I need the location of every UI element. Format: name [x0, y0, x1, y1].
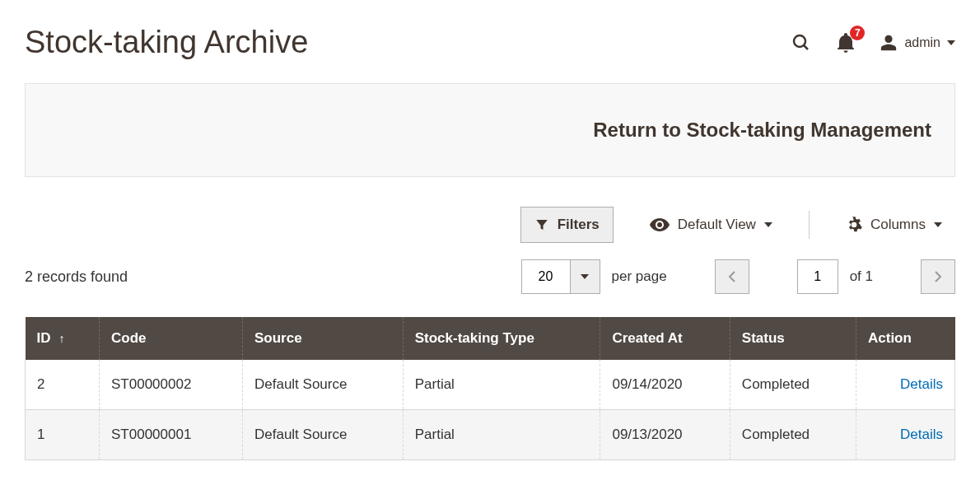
- per-page-input[interactable]: [522, 260, 570, 293]
- col-code[interactable]: Code: [100, 317, 243, 360]
- cell-id: 1: [26, 410, 100, 460]
- columns-button[interactable]: Columns: [833, 207, 955, 243]
- search-icon[interactable]: [791, 32, 812, 54]
- notifications-icon[interactable]: 7: [835, 32, 856, 54]
- filters-button[interactable]: Filters: [520, 207, 614, 243]
- col-source[interactable]: Source: [242, 317, 403, 360]
- page-title: Stock-taking Archive: [25, 25, 308, 60]
- chevron-down-icon: [934, 222, 942, 227]
- svg-line-1: [804, 45, 808, 49]
- cell-code: ST00000001: [100, 410, 243, 460]
- return-to-management-button[interactable]: Return to Stock-taking Management: [25, 83, 955, 177]
- username: admin: [904, 35, 940, 50]
- filter-icon: [534, 217, 549, 232]
- page-of-label: of 1: [850, 268, 873, 285]
- user-icon: [880, 34, 898, 52]
- col-type[interactable]: Stock-taking Type: [403, 317, 600, 360]
- per-page-label: per page: [612, 268, 667, 285]
- cell-id: 2: [26, 360, 100, 410]
- cell-type: Partial: [403, 410, 600, 460]
- chevron-down-icon: [764, 222, 772, 227]
- chevron-down-icon: [947, 40, 955, 45]
- col-action: Action: [856, 317, 955, 360]
- cell-code: ST00000002: [100, 360, 243, 410]
- divider: [809, 211, 810, 239]
- next-page-button[interactable]: [921, 259, 955, 294]
- cell-status: Completed: [730, 410, 856, 460]
- cell-type: Partial: [403, 360, 600, 410]
- table-row[interactable]: 1 ST00000001 Default Source Partial 09/1…: [26, 410, 955, 460]
- details-link[interactable]: Details: [900, 376, 943, 392]
- stocktaking-grid: ID↑ Code Source Stock-taking Type Create…: [25, 317, 955, 460]
- table-row[interactable]: 2 ST00000002 Default Source Partial 09/1…: [26, 360, 955, 410]
- notification-badge: 7: [850, 26, 865, 40]
- col-id[interactable]: ID↑: [26, 317, 100, 360]
- gear-icon: [846, 217, 862, 233]
- eye-icon: [650, 218, 670, 231]
- sort-arrow-icon: ↑: [59, 332, 65, 345]
- default-view-button[interactable]: Default View: [637, 207, 786, 243]
- cell-source: Default Source: [242, 410, 403, 460]
- per-page-dropdown[interactable]: [570, 260, 600, 293]
- prev-page-button[interactable]: [715, 259, 749, 294]
- page-input[interactable]: [797, 259, 838, 294]
- chevron-down-icon: [581, 274, 589, 279]
- svg-point-0: [794, 35, 805, 47]
- chevron-left-icon: [728, 270, 736, 283]
- col-status[interactable]: Status: [730, 317, 856, 360]
- chevron-right-icon: [934, 270, 942, 283]
- cell-created: 09/14/2020: [600, 360, 730, 410]
- cell-status: Completed: [730, 360, 856, 410]
- records-found-label: 2 records found: [25, 268, 128, 286]
- details-link[interactable]: Details: [900, 427, 943, 442]
- cell-source: Default Source: [242, 360, 403, 410]
- col-created[interactable]: Created At: [600, 317, 730, 360]
- user-menu[interactable]: admin: [880, 34, 955, 52]
- cell-created: 09/13/2020: [600, 410, 730, 460]
